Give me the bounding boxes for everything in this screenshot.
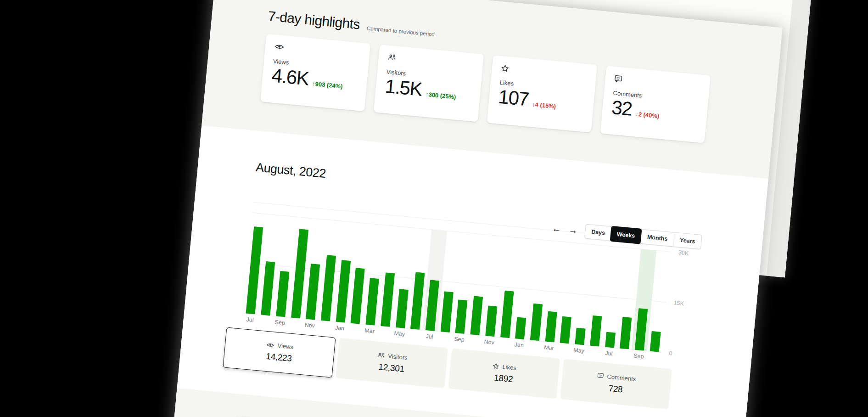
tab-weeks[interactable]: Weeks [610,226,642,244]
chart-bar[interactable] [276,271,289,317]
x-axis-tick-label: Nov [478,338,500,346]
y-axis-tick-label: 15K [673,300,684,307]
summary-value: 728 [608,383,623,395]
summary-value: 1892 [493,373,513,385]
chart-bar[interactable] [560,316,571,344]
card-delta: ↓2 (40%) [635,111,660,120]
card-delta: ↓4 (15%) [532,101,556,110]
tab-years[interactable]: Years [673,233,702,249]
people-icon [387,54,474,71]
chart-bar[interactable] [440,292,453,332]
summary-label: Views [277,343,294,351]
tab-days[interactable]: Days [585,225,611,241]
eye-icon [274,43,361,60]
x-axis-tick-label: Jan [508,341,530,349]
visitors-highlight-card: Visitors 1.5K↑300 (25%) [374,45,484,122]
tab-months[interactable]: Months [640,230,674,247]
chart-bar[interactable] [500,290,514,338]
chart-bar[interactable] [575,327,585,345]
chart-bar[interactable] [620,317,632,349]
chart-bar[interactable] [381,272,395,327]
chart-bar[interactable] [590,316,602,347]
chart-bar[interactable] [396,289,409,328]
highlight-cards-row: Views 4.6K↑903 (24%) Visitors 1.5K↑300 (… [260,34,712,143]
chart-bar[interactable] [650,331,661,352]
people-icon [377,352,385,359]
summary-tab-views[interactable]: Views 14,223 [223,327,336,378]
next-period-arrow[interactable]: → [568,225,578,236]
chart-bar[interactable] [351,268,365,324]
card-delta: ↑903 (24%) [312,80,343,90]
card-value: 107 [498,87,529,110]
chart-bar[interactable] [321,255,336,321]
chart-bar[interactable] [365,278,379,326]
chart-bar[interactable] [336,260,351,323]
stage: 7-day highlightsCompared to previous per… [0,0,868,417]
chart-bar[interactable] [291,229,308,318]
x-axis-tick-label: Jul [239,316,261,324]
summary-value: 12,301 [378,362,405,374]
chart-bar[interactable] [515,317,526,339]
summary-label: Comments [607,373,636,383]
chart-bar[interactable] [261,261,275,316]
x-axis-tick-label: May [568,347,590,355]
x-axis-tick-label: Sep [448,335,470,344]
chart-bar[interactable] [455,299,468,334]
x-axis-tick-label: Mar [538,344,560,352]
summary-tab-likes[interactable]: Likes 1892 [448,349,560,399]
chart-bar[interactable] [306,264,320,320]
highlights-subtitle: Compared to previous period [367,25,435,37]
x-axis-tick-label: May [388,330,411,338]
x-axis-tick-label: Mar [358,327,381,335]
summary-tab-comments[interactable]: Comments 728 [560,359,672,410]
highlights-title: 7-day highlights [268,8,361,32]
comment-icon [614,75,701,92]
prev-period-arrow[interactable]: ← [552,224,562,234]
y-axis-tick-label: 0 [669,350,672,357]
x-axis-tick-label: Sep [627,352,650,361]
chart-bar[interactable] [545,311,557,343]
chart-bar[interactable] [485,306,497,337]
chart-bar[interactable] [470,296,483,336]
y-axis-tick-label: 30K [678,249,689,257]
card-value: 4.6K [271,65,309,89]
comment-icon [597,373,604,379]
x-axis-tick-label: Sep [269,319,291,327]
summary-value: 14,223 [265,351,292,364]
summary-label: Likes [502,363,517,372]
stats-page: 7-day highlightsCompared to previous per… [151,0,782,417]
comments-highlight-card: Comments 32↓2 (40%) [600,66,711,143]
x-axis-tick-label: Jul [598,349,620,358]
x-axis-tick-label: Jan [328,324,351,332]
x-axis-tick-label: Nov [298,321,321,330]
summary-tab-visitors[interactable]: Visitors 12,301 [336,338,448,389]
chart-bar[interactable] [246,226,263,315]
eye-icon [266,342,274,349]
card-value: 1.5K [384,76,423,100]
x-axis-tick-label: Jul [418,332,441,341]
chart-bar[interactable] [530,303,543,341]
chart-bar[interactable] [605,332,616,348]
likes-highlight-card: Likes 107↓4 (15%) [487,55,598,133]
star-icon [493,363,499,369]
views-highlight-card: Views 4.6K↑903 (24%) [260,34,371,112]
star-icon [501,64,588,81]
summary-label: Visitors [388,353,408,361]
card-value: 32 [611,97,633,119]
card-delta: ↑300 (25%) [425,91,456,101]
